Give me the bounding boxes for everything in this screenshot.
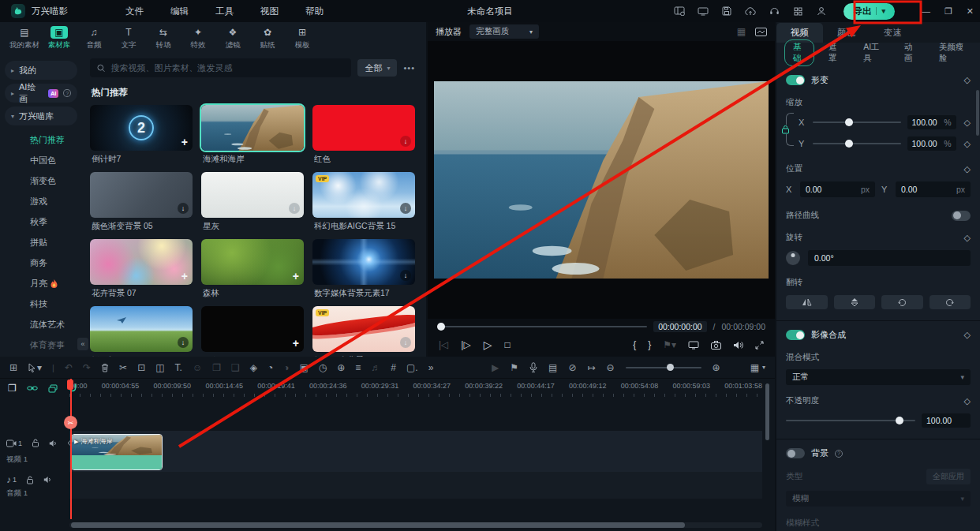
add-icon[interactable]: + [293, 337, 299, 350]
redo-icon[interactable]: ↷ [83, 362, 91, 373]
stop-button[interactable]: □ [505, 339, 511, 350]
tab-transitions[interactable]: ⇆转场 [147, 26, 180, 50]
copy-icon[interactable]: ❐ [212, 362, 221, 373]
sidebar-item-sports[interactable]: 体育赛事 [3, 335, 79, 355]
split-scissors-icon[interactable]: ✂ [119, 362, 127, 373]
layers-icon[interactable] [48, 384, 58, 393]
tab-text[interactable]: T文字 [112, 26, 145, 50]
motion-track-icon[interactable]: ⊕ [337, 362, 345, 373]
sidebar-group-stock[interactable]: ▾ 万兴喵库 [5, 107, 77, 125]
media-item-flowers[interactable]: + 花卉背景 07 [90, 239, 193, 306]
scale-y-slider[interactable] [813, 143, 901, 144]
slider-handle[interactable] [845, 140, 853, 148]
sidebar-item-autumn[interactable]: 秋季 [3, 211, 79, 232]
menu-file[interactable]: 文件 [112, 6, 157, 17]
keyframe-diamond-icon[interactable]: ◇ [964, 118, 971, 128]
apps-grid-icon[interactable] [791, 5, 804, 17]
flip-horizontal-button[interactable] [786, 295, 828, 309]
download-icon[interactable]: ↓ [400, 203, 411, 214]
zoom-in-icon[interactable]: ⊕ [713, 362, 720, 373]
tab-my-media[interactable]: ▤我的素材 [8, 26, 41, 50]
snap-icon[interactable]: ↦ [587, 362, 595, 373]
fullscreen-button[interactable] [755, 341, 764, 350]
tab-stock-media[interactable]: ▣素材库 [43, 26, 76, 50]
previous-frame-button[interactable]: |◁ [439, 339, 448, 350]
scale-y-value[interactable]: 100.00 % [907, 136, 956, 151]
apply-all-button[interactable]: 全部应用 [926, 469, 971, 484]
link-clips-icon[interactable] [27, 384, 38, 392]
timeline-zoom-slider[interactable] [626, 367, 701, 368]
sidebar-item-business[interactable]: 商务 [3, 252, 79, 273]
playhead[interactable] [70, 379, 72, 519]
support-headset-icon[interactable] [768, 5, 780, 17]
quick-split-button[interactable]: ✂ [64, 416, 77, 429]
slider-handle[interactable] [896, 417, 903, 424]
scale-x-value[interactable]: 100.00 % [907, 115, 956, 129]
text-tool-icon[interactable]: T. [175, 362, 182, 373]
sidebar-group-ai-paint[interactable]: ▸ AI绘画 AI ? [5, 84, 77, 103]
preview-display-button[interactable] [688, 341, 699, 350]
media-item-countdown[interactable]: 2+ 倒计时7 [90, 105, 193, 172]
more-options-button[interactable]: ••• [403, 63, 415, 73]
add-icon[interactable]: + [293, 270, 299, 282]
display-mode-icon[interactable] [697, 5, 709, 17]
color-tool-icon[interactable]: ◑ [283, 362, 289, 373]
timeline-vscroll-handle[interactable] [765, 383, 769, 440]
sticker-tool-icon[interactable]: ☺ [193, 362, 202, 373]
position-x-input[interactable]: 0.00 px [800, 181, 875, 197]
video-preview[interactable] [428, 41, 775, 319]
timeline-ruler[interactable]: 00:00 00:00:04:55 00:00:09:50 00:00:14:4… [69, 382, 762, 392]
media-item-gray-gradient[interactable]: ↓ 颜色渐变背景 05 [90, 172, 193, 239]
window-minimize-button[interactable]: — [922, 6, 930, 16]
blend-mode-dropdown[interactable]: 正常 ▾ [786, 369, 971, 385]
properties-scrollbar[interactable] [976, 90, 979, 136]
menu-help[interactable]: 帮助 [292, 6, 337, 17]
filter-dropdown[interactable]: 全部 ▾ [357, 59, 397, 77]
subtitle-icon[interactable]: ▤ [548, 362, 557, 373]
scale-x-slider[interactable] [813, 122, 901, 123]
transform-toggle[interactable] [786, 75, 805, 85]
lock-track-icon[interactable] [26, 476, 34, 484]
marker-flag-button[interactable]: ⚑▾ [663, 339, 676, 350]
sidebar-item-fluid-art[interactable]: 流体艺术 [3, 314, 79, 335]
rotate-right-button[interactable] [881, 295, 923, 309]
keyframe-diamond-icon[interactable]: ◇ [964, 396, 971, 406]
search-input[interactable] [110, 63, 344, 73]
cloud-upload-icon[interactable] [744, 5, 757, 17]
tab-effects[interactable]: ✦特效 [181, 26, 215, 50]
keyframe-diamond-icon[interactable]: ◇ [964, 330, 971, 340]
keyframe-diamond-icon[interactable]: ◇ [964, 164, 971, 174]
add-icon[interactable]: + [181, 136, 188, 148]
video-track-lane[interactable] [69, 431, 762, 472]
scopes-icon[interactable] [755, 26, 767, 37]
panel-layout-icon[interactable] [673, 5, 686, 17]
download-icon[interactable]: ↓ [289, 203, 300, 214]
sidebar-item-hot[interactable]: 热门推荐 [3, 129, 79, 150]
path-curve-toggle[interactable] [952, 211, 971, 221]
chevron-down-icon[interactable]: ▾ [762, 364, 765, 371]
media-item-stargray[interactable]: ↓ 星灰 [201, 172, 304, 239]
next-frame-button[interactable]: |▷ [461, 339, 470, 350]
playhead-grip[interactable] [67, 380, 73, 390]
download-icon[interactable]: ↓ [178, 203, 189, 214]
background-toggle[interactable] [786, 448, 805, 458]
app-logo-icon[interactable] [11, 4, 25, 18]
opacity-slider[interactable] [786, 420, 915, 421]
download-icon[interactable]: ↓ [400, 270, 411, 281]
media-item-starburst[interactable]: ↓ 数字媒体背景元素17 [312, 239, 415, 306]
timeline-clip[interactable]: ▶ 海滩和海岸 [71, 434, 163, 470]
marker-icon[interactable]: ⚑ [510, 362, 518, 373]
tab-audio[interactable]: ♫音频 [77, 26, 110, 50]
rotate-left-button[interactable] [930, 295, 971, 309]
subtab-animation[interactable]: 动画 [896, 40, 925, 65]
keyframe-diamond-icon[interactable]: ◇ [964, 75, 971, 85]
keyframe-diamond-icon[interactable]: ◇ [964, 233, 971, 243]
window-close-button[interactable]: ✕ [967, 6, 974, 17]
subtab-basic[interactable]: 基础 [784, 39, 814, 66]
sidebar-item-tech[interactable]: 科技 [3, 294, 79, 314]
zoom-slider-handle[interactable] [667, 364, 674, 371]
sidebar-item-moon[interactable]: 月亮 [3, 273, 79, 294]
crop-icon[interactable]: ⊡ [137, 362, 145, 373]
media-item-black[interactable]: + 黑色 [201, 306, 304, 357]
slider-handle[interactable] [845, 118, 853, 126]
